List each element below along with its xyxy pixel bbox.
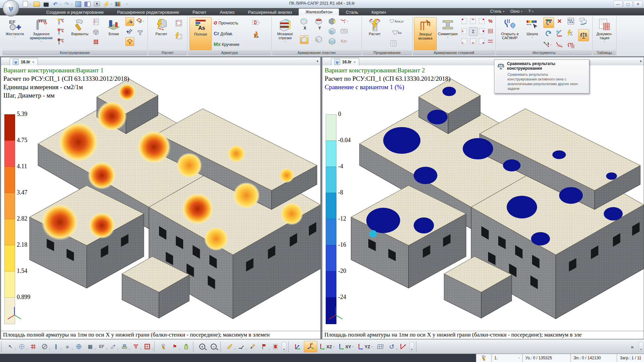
close-tab-icon[interactable]: ×	[354, 60, 356, 64]
add-bars-button[interactable]	[125, 27, 133, 35]
filter-fragment-button[interactable]: ▾	[131, 342, 141, 351]
tab-advanced-edit[interactable]: Расширенное редактирование	[110, 9, 186, 15]
plate-cube-y-top-button[interactable]	[315, 17, 323, 25]
bars-bottom-1-button[interactable]	[460, 37, 468, 45]
tab-calculation[interactable]: Расчет	[186, 9, 213, 15]
additional-button[interactable]: Cr Добав.	[214, 31, 233, 36]
scale-settings-button[interactable]: Шкала▾	[523, 17, 541, 50]
rebuild-hammer-button[interactable]	[158, 342, 168, 351]
variants-button[interactable]: Варианты	[69, 17, 91, 50]
flags-button[interactable]: ⚑▾	[170, 342, 180, 351]
tab-reinforced-concrete[interactable]: Железобетон	[299, 8, 339, 15]
crack-width-button[interactable]: t▾	[340, 17, 348, 25]
reinf-node-button-3[interactable]	[57, 38, 65, 46]
flag-single-button[interactable]: ▾	[259, 342, 269, 351]
help-menu[interactable]: ?▾	[528, 9, 533, 14]
close-tab-icon[interactable]: ×	[32, 60, 34, 64]
cut-section-button[interactable]: ▾	[108, 342, 118, 351]
blocks-button[interactable]: Блоки	[104, 17, 123, 50]
sphere-view-button[interactable]	[74, 342, 84, 351]
toolbar-more-button[interactable]: »	[627, 342, 637, 351]
percent-reinf-button[interactable]: %	[486, 17, 494, 25]
toolbar-overflow-button[interactable]: ▾	[410, 342, 414, 351]
plate-p-button[interactable]: P▾	[136, 17, 144, 25]
ka-button[interactable]: ka	[389, 28, 404, 37]
bars-corners-3-button[interactable]	[478, 17, 486, 25]
reinf-node-button-1[interactable]	[57, 18, 65, 26]
plate-cube-y-bottom-button[interactable]	[315, 35, 323, 43]
bars-sum-button[interactable]: Σ	[469, 27, 478, 36]
plate-stripes-1-button[interactable]	[328, 27, 336, 35]
toolbar-overflow-button[interactable]: ▾	[639, 342, 643, 351]
tab-steel[interactable]: Сталь	[339, 9, 365, 15]
fire-resistance-button[interactable]: As	[252, 31, 260, 39]
plate-shear-button[interactable]	[328, 17, 336, 25]
bars-epures-button[interactable]: Эпюры/мозаика▾	[414, 17, 437, 51]
bars-side2-button[interactable]	[478, 27, 486, 35]
viewport-right[interactable]: Вариант конструирования:Вариант 2 Расчет…	[322, 65, 644, 330]
aswu-button[interactable]: Asw,u▾	[389, 17, 404, 25]
vertical-gradient-button[interactable]	[270, 342, 280, 351]
status-hammer-cell[interactable]	[476, 354, 491, 362]
stirrups-button[interactable]	[486, 27, 494, 35]
torsion-button[interactable]: Mx Кручение	[214, 41, 239, 47]
strength-button[interactable]: σ Прочность	[214, 20, 238, 26]
toolbar-handle[interactable]	[1, 342, 4, 352]
erase-selection-button[interactable]: ▾	[40, 342, 50, 351]
rebar-full-button[interactable]: As Полная	[190, 17, 212, 51]
view-xz-button[interactable]: XZ▾	[317, 341, 336, 352]
longitudinal-button[interactable]	[486, 37, 494, 45]
close-button[interactable]: ✕	[633, 1, 643, 7]
question-grid-button[interactable]: {?!	[567, 41, 575, 49]
reinf-node-button-2[interactable]	[57, 28, 65, 36]
fragment-grid-button[interactable]: ▾	[142, 342, 152, 351]
bars-symmetry-button[interactable]: Симметрия▾	[437, 17, 459, 50]
open-sapfir-button[interactable]: Открыть в САПФИР	[498, 17, 522, 50]
result-curve-button[interactable]	[555, 41, 564, 49]
calc-settings-button[interactable]	[175, 19, 183, 27]
variant-list-button[interactable]	[92, 18, 100, 26]
plate-stripes-2-button[interactable]	[328, 37, 336, 45]
style-menu[interactable]: Стиль▾	[490, 9, 504, 14]
zoom-in-button[interactable]: +	[197, 342, 207, 351]
tabstrip-menu-button[interactable]: ▼	[316, 60, 319, 63]
bars-bottom-3-button[interactable]	[478, 37, 486, 45]
pan-view-button[interactable]: ▾	[17, 342, 27, 351]
punching-calc-button[interactable]: Расчет	[364, 17, 385, 50]
minimize-button[interactable]: —	[613, 1, 623, 7]
maximize-button[interactable]: ▢	[623, 1, 633, 7]
tab-analysis[interactable]: Анализ	[213, 9, 241, 15]
document-tab[interactable]: ѱ 16.lir ×	[10, 58, 38, 65]
tabstrip-menu-button[interactable]: ▼	[639, 60, 642, 63]
sync-windows-button[interactable]	[578, 17, 588, 25]
plate-cube-x-bottom-button[interactable]	[300, 35, 309, 44]
bars-side-button[interactable]	[460, 27, 468, 35]
brick-layers-button[interactable]	[340, 27, 348, 35]
toolbar-overflow-button[interactable]: ▾	[282, 342, 286, 351]
snap-target-button[interactable]	[28, 342, 38, 351]
ruler-reinforcement-button[interactable]	[555, 29, 564, 37]
block-selector-dropdown[interactable]: 1.▾	[491, 354, 523, 362]
toolbar-handle[interactable]	[416, 342, 419, 352]
abacus-button[interactable]	[567, 17, 575, 25]
pencil-edit-button[interactable]	[248, 342, 258, 351]
bars-corners-1-button[interactable]	[460, 17, 468, 25]
variant-model-button[interactable]	[92, 28, 100, 36]
k-sigma-plates-button[interactable]: Kσ▾	[340, 37, 348, 45]
plates-mosaic-button[interactable]: Мозаика/отрезки▾	[273, 17, 297, 50]
mesh-grid-button[interactable]: ▦▾	[85, 342, 95, 351]
application-menu-button[interactable]: ѱ	[3, 0, 19, 16]
tab-advanced-analysis[interactable]: Расширенный анализ	[241, 9, 299, 15]
fem-model-variant1[interactable]	[1, 65, 320, 330]
stiffness-display-button[interactable]: EF▾	[97, 342, 107, 351]
sum-lightning-button[interactable]: Σ	[567, 29, 575, 37]
section-columns-button[interactable]: ∥▾	[51, 342, 61, 351]
tab-brick[interactable]: Кирпич	[365, 9, 393, 15]
calc-selected-button[interactable]	[175, 32, 183, 40]
view-yz-button[interactable]: YZ▾	[356, 341, 375, 352]
toolbar-handle[interactable]	[288, 342, 291, 352]
compare-results-button[interactable]	[578, 29, 589, 41]
punching-table-button[interactable]	[389, 39, 397, 47]
section-frame-button[interactable]: ▾	[252, 18, 260, 26]
variant-grid-button[interactable]	[92, 38, 100, 46]
